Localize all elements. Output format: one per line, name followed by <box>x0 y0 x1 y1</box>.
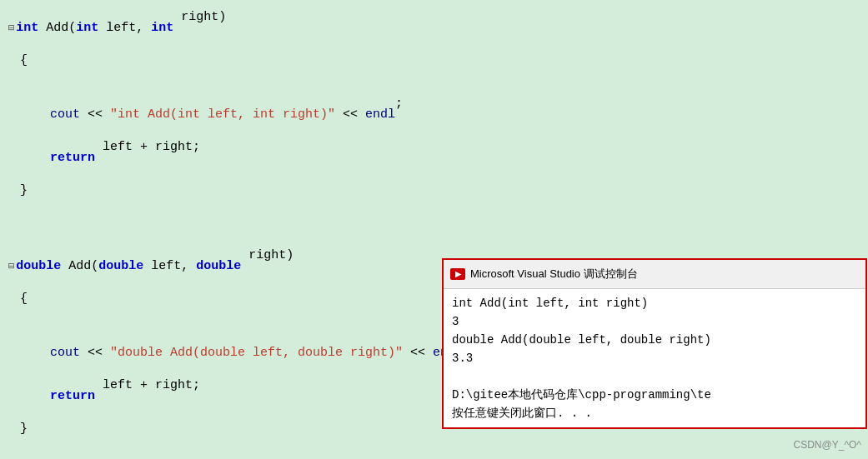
console-hint-line: 按任意键关闭此窗口. . . <box>452 404 857 422</box>
watermark: CSDN@Y_^O^ <box>794 434 861 456</box>
console-body: int Add(int left, int right) 3 double Ad… <box>444 289 865 427</box>
console-output-line: double Add(double left, double right) <box>452 331 857 349</box>
console-path-line: D:\gitee本地代码仓库\cpp-programming\te <box>452 386 857 404</box>
code-editor: ⊟int Add(int left, int right) { cout << … <box>0 0 868 459</box>
console-title: Microsoft Visual Studio 调试控制台 <box>470 263 638 285</box>
console-output-line: 3.3 <box>452 349 857 367</box>
code-line: } <box>0 180 868 223</box>
collapse-icon[interactable]: ⊟ <box>8 17 14 39</box>
code-line: cout << "int Add(int left, int right)" <… <box>0 93 868 137</box>
console-output-line <box>452 367 857 386</box>
code-line: ⊟int Add(int left, int right) <box>0 7 868 50</box>
console-output-line: int Add(int left, int right) <box>452 294 857 312</box>
console-app-icon: ▶ <box>450 268 465 280</box>
console-window: ▶ Microsoft Visual Studio 调试控制台 int Add(… <box>442 258 867 429</box>
code-line <box>0 223 868 245</box>
code-line: return left + right; <box>0 137 868 180</box>
console-output-line: 3 <box>452 312 857 331</box>
code-line: { <box>0 50 868 93</box>
console-titlebar: ▶ Microsoft Visual Studio 调试控制台 <box>444 260 865 289</box>
collapse-icon[interactable]: ⊟ <box>8 256 14 277</box>
